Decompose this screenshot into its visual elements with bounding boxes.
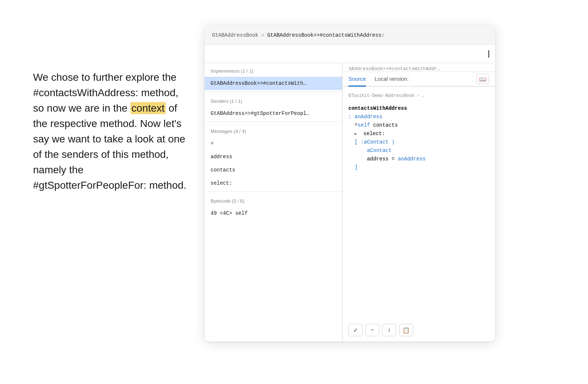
list-item-messages-2[interactable]: address — [205, 150, 342, 163]
breadcrumb-bar: GtABAddressBook > GtABAddressBook>>#cont… — [205, 26, 495, 45]
search-bar[interactable] — [205, 45, 495, 63]
code-line-3: ^self contacts — [348, 121, 489, 130]
code-breadcrumb-part1: GToolkit-Demo-AddressBook — [348, 93, 415, 100]
copy-button[interactable]: 📋 — [399, 324, 413, 336]
code-acontact: aContact — [367, 148, 391, 153]
code-area: GToolkit-Demo-AddressBook > … contactsWi… — [343, 87, 495, 320]
main-panel: GtABAddressBook > GtABAddressBook>>#cont… — [205, 26, 495, 341]
code-block: contactsWithAddress : anAddress ^self co… — [348, 104, 489, 172]
code-anaddress: anAddress — [398, 156, 426, 162]
highlight-context: context — [130, 102, 166, 114]
list-item-senders-1[interactable]: GtABAddress>>#gtSpotterForPeopl… — [205, 107, 342, 120]
info-button[interactable]: i — [382, 324, 396, 336]
accept-button[interactable]: ✓ — [348, 324, 362, 336]
list-item-implementors-1[interactable]: GtABAddressBook>>#contactsWith… — [205, 77, 342, 90]
list-item-messages-3[interactable]: contacts — [205, 163, 342, 177]
code-line-1: contactsWithAddress — [348, 104, 489, 113]
breadcrumb-item-2: GtABAddressBook>>#contactsWithAddress: — [267, 32, 384, 38]
list-item-messages-4[interactable]: select: — [205, 177, 342, 190]
list-item-messages-1[interactable]: = — [205, 137, 342, 150]
tabs-row: Source Local version: 📖 — [343, 72, 495, 87]
tab-source[interactable]: Source — [348, 72, 366, 87]
content-area: Implementors (1 / 1) GtABAddressBook>>#c… — [205, 63, 495, 341]
code-line-6: aContact — [348, 146, 489, 155]
code-line-5: [ :aContact | — [348, 138, 489, 146]
code-self: self — [358, 122, 370, 128]
right-header-text: 3AddressBook>>#contactsWithAddr… — [348, 66, 440, 72]
code-line-4: ▶ select: — [348, 130, 489, 138]
cancel-button[interactable]: − — [365, 324, 379, 336]
code-arrow: ▶ — [355, 131, 357, 137]
code-caret: ^ — [355, 122, 358, 128]
breadcrumb-item-1: GtABAddressBook — [212, 32, 258, 38]
search-input[interactable] — [211, 51, 488, 57]
code-breadcrumb-sep: > — [417, 93, 419, 100]
cursor — [488, 50, 489, 58]
code-method-name: contactsWithAddress — [348, 105, 407, 111]
prose-section: We chose to further explore the #contact… — [33, 70, 191, 193]
tab-local-version[interactable]: Local version: — [375, 72, 409, 87]
section-header-messages: Messages (4 / 4) — [205, 123, 342, 137]
code-line-8: ] — [348, 163, 489, 172]
breadcrumb-separator: > — [261, 32, 264, 38]
prose-paragraph: We chose to further explore the #contact… — [33, 70, 191, 193]
section-header-bytecode: Bytecode (5 / 6) — [205, 193, 342, 207]
code-line-7: address = anAddress — [348, 155, 489, 163]
divider-2 — [205, 122, 342, 122]
list-item-bytecode-1[interactable]: 49 <4C> self — [205, 207, 342, 220]
left-pane: Implementors (1 / 1) GtABAddressBook>>#c… — [205, 63, 343, 341]
code-bracket-open: [ :aContact | — [355, 139, 395, 145]
code-bracket-close: ] — [355, 164, 358, 170]
section-header-implementors: Implementors (1 / 1) — [205, 63, 342, 77]
code-breadcrumb: GToolkit-Demo-AddressBook > … — [348, 93, 489, 100]
code-toolbar: ✓ − i 📋 — [343, 320, 495, 341]
right-pane: 3AddressBook>>#contactsWithAddr… Source … — [343, 63, 495, 341]
code-breadcrumb-part2: … — [422, 93, 424, 100]
book-icon-button[interactable]: 📖 — [477, 74, 489, 84]
divider-1 — [205, 91, 342, 92]
divider-3 — [205, 191, 342, 192]
code-line-2: : anAddress — [348, 113, 489, 121]
right-pane-header: 3AddressBook>>#contactsWithAddr… — [343, 63, 495, 72]
section-header-senders: Senders (1 / 1) — [205, 93, 342, 107]
code-colon: : anAddress — [348, 114, 382, 120]
